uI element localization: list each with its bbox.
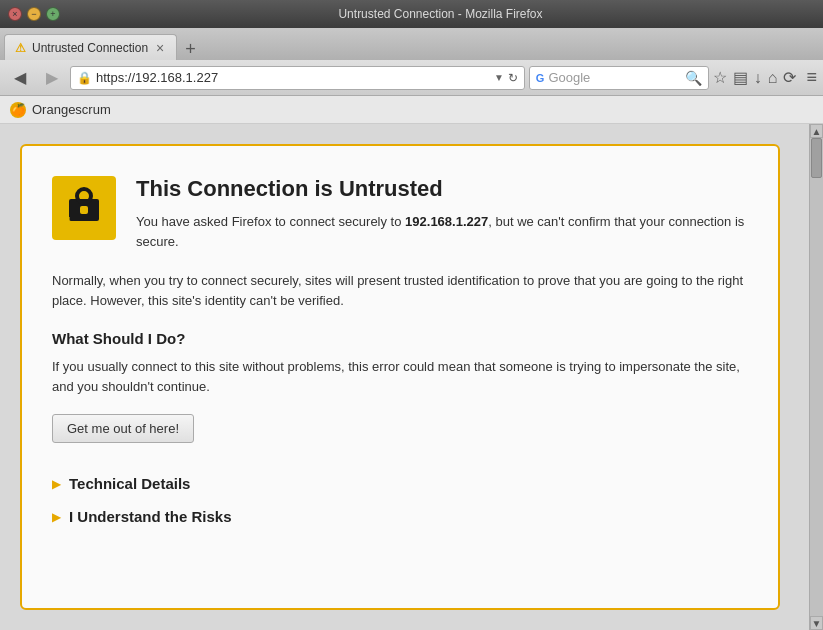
untrusted-connection-icon: ! <box>59 179 109 237</box>
error-title-section: This Connection is Untrusted You have as… <box>136 176 748 251</box>
title-bar: × − + Untrusted Connection - Mozilla Fir… <box>0 0 823 28</box>
warning-icon-box: ! <box>52 176 116 240</box>
page-content-area: ! This Connection is Untrusted You have … <box>0 124 823 630</box>
understand-risks-header[interactable]: ▶ I Understand the Risks <box>52 502 748 531</box>
what-should-i-do-heading: What Should I Do? <box>52 330 748 347</box>
scrollbar[interactable]: ▲ ▼ <box>809 124 823 630</box>
scroll-track[interactable] <box>810 138 823 616</box>
understand-risks-label: I Understand the Risks <box>69 508 232 525</box>
svg-rect-2 <box>80 206 88 214</box>
window-controls: × − + <box>8 7 60 21</box>
tab-warning-icon: ⚠ <box>15 41 26 55</box>
error-description: You have asked Firefox to connect secure… <box>136 212 748 251</box>
tab-label: Untrusted Connection <box>32 41 148 55</box>
error-desc-part1: You have asked Firefox to connect secure… <box>136 214 405 229</box>
scroll-up-arrow[interactable]: ▲ <box>810 124 823 138</box>
google-search-logo: G <box>536 72 545 84</box>
tab-bar: ⚠ Untrusted Connection × + <box>0 28 823 60</box>
menu-icon[interactable]: ≡ <box>806 67 817 88</box>
nav-icons: ☆ ▤ ↓ ⌂ ⟳ ≡ <box>713 67 817 88</box>
address-text: https://192.168.1.227 <box>96 70 490 85</box>
close-button[interactable]: × <box>8 7 22 21</box>
error-advice-text: If you usually connect to this site with… <box>52 357 748 396</box>
sync-icon[interactable]: ⟳ <box>783 68 796 87</box>
nav-bar: ◀ ▶ 🔒 https://192.168.1.227 ▼ ↻ G Google… <box>0 60 823 96</box>
get-out-button[interactable]: Get me out of here! <box>52 414 194 443</box>
forward-button[interactable]: ▶ <box>38 64 66 92</box>
new-tab-button[interactable]: + <box>179 39 202 60</box>
scroll-down-arrow[interactable]: ▼ <box>810 616 823 630</box>
svg-text:!: ! <box>67 215 71 227</box>
back-button[interactable]: ◀ <box>6 64 34 92</box>
bookmark-star-icon[interactable]: ☆ <box>713 68 727 87</box>
window-title: Untrusted Connection - Mozilla Firefox <box>66 7 815 21</box>
address-bar[interactable]: 🔒 https://192.168.1.227 ▼ ↻ <box>70 66 525 90</box>
tab-close-button[interactable]: × <box>154 40 166 56</box>
search-bar[interactable]: G Google 🔍 <box>529 66 709 90</box>
error-title: This Connection is Untrusted <box>136 176 748 202</box>
search-icon[interactable]: 🔍 <box>685 70 702 86</box>
error-ip-address: 192.168.1.227 <box>405 214 488 229</box>
reader-view-icon[interactable]: ▤ <box>733 68 748 87</box>
lock-icon: 🔒 <box>77 71 92 85</box>
orangescrum-icon-symbol: 🍊 <box>11 103 26 117</box>
technical-details-header[interactable]: ▶ Technical Details <box>52 469 748 498</box>
refresh-icon[interactable]: ↻ <box>508 71 518 85</box>
download-icon[interactable]: ↓ <box>754 69 762 87</box>
understand-risks-arrow-icon: ▶ <box>52 510 61 524</box>
home-icon[interactable]: ⌂ <box>768 69 778 87</box>
orangescrum-bookmark[interactable]: Orangescrum <box>32 102 111 117</box>
technical-details-section: ▶ Technical Details <box>52 469 748 498</box>
bookmarks-bar: 🍊 Orangescrum <box>0 96 823 124</box>
dropdown-arrow-icon: ▼ <box>494 72 504 83</box>
technical-details-label: Technical Details <box>69 475 190 492</box>
error-normal-text: Normally, when you try to connect secure… <box>52 271 748 310</box>
understand-risks-section: ▶ I Understand the Risks <box>52 502 748 531</box>
orangescrum-favicon: 🍊 <box>10 102 26 118</box>
technical-details-arrow-icon: ▶ <box>52 477 61 491</box>
tab-untrusted-connection[interactable]: ⚠ Untrusted Connection × <box>4 34 177 60</box>
scroll-thumb[interactable] <box>811 138 822 178</box>
search-text: Google <box>548 70 680 85</box>
maximize-button[interactable]: + <box>46 7 60 21</box>
error-header: ! This Connection is Untrusted You have … <box>52 176 748 251</box>
error-card: ! This Connection is Untrusted You have … <box>20 144 780 610</box>
minimize-button[interactable]: − <box>27 7 41 21</box>
